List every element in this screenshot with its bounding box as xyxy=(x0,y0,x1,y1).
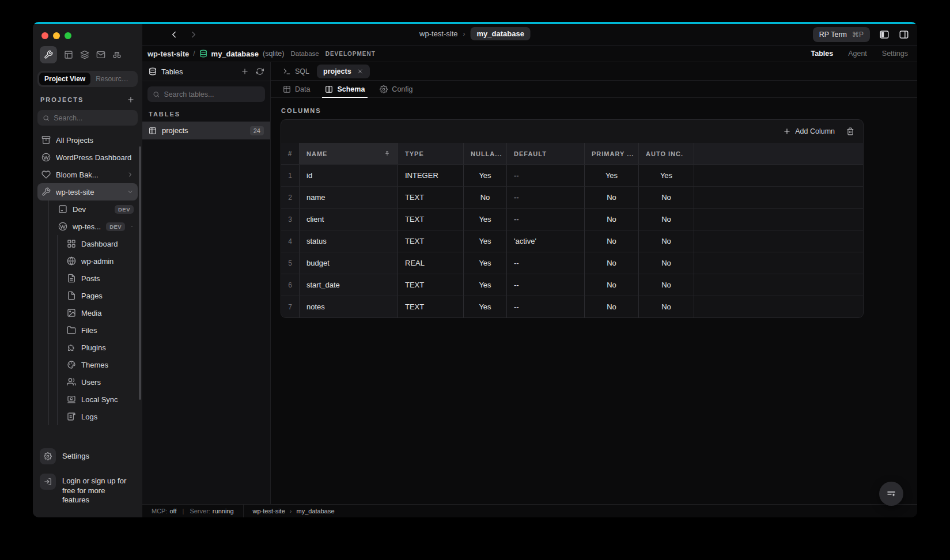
mail-tool-icon[interactable] xyxy=(96,50,105,59)
sidebar-scrollbar[interactable] xyxy=(139,146,141,400)
breadcrumb-db-pill[interactable]: my_database xyxy=(471,27,531,40)
sidebar-item-wp-child[interactable]: wp-tes... DEV xyxy=(54,218,138,235)
sidebar-item-dev[interactable]: Dev DEV xyxy=(54,200,138,218)
refresh-icon[interactable] xyxy=(256,67,264,75)
cell-auto-inc[interactable]: Yes xyxy=(638,164,694,186)
cell-nullable[interactable]: Yes xyxy=(463,230,506,252)
binoculars-tool-icon[interactable] xyxy=(112,50,122,59)
tables-search-input[interactable] xyxy=(164,90,260,99)
toggle-left-panel-icon[interactable] xyxy=(879,29,890,40)
sidebar-item-bloom[interactable]: Bloom Bak... xyxy=(37,166,138,183)
cell-type[interactable]: TEXT xyxy=(398,208,463,230)
table-row-projects[interactable]: projects 24 xyxy=(142,122,270,139)
tab-agent[interactable]: Agent xyxy=(848,50,867,58)
col-header-auto-inc[interactable]: AUTO INC. xyxy=(638,143,694,164)
add-table-icon[interactable] xyxy=(241,67,249,75)
cell-nullable[interactable]: Yes xyxy=(463,164,506,186)
cell-primary[interactable]: Yes xyxy=(584,164,638,186)
sidebar-item-local-sync[interactable]: Local Sync xyxy=(63,391,138,408)
cell-auto-inc[interactable]: No xyxy=(638,230,694,252)
cell-name[interactable]: budget xyxy=(299,252,398,274)
settings-button[interactable]: Settings xyxy=(39,444,137,469)
cell-name[interactable]: id xyxy=(299,164,398,186)
tab-config[interactable]: Config xyxy=(372,81,420,97)
cell-auto-inc[interactable]: No xyxy=(638,186,694,208)
sidebar-item-plugins[interactable]: Plugins xyxy=(63,339,138,356)
sidebar-item-all-projects[interactable]: All Projects xyxy=(37,131,138,149)
sidebar-item-files[interactable]: Files xyxy=(63,321,138,339)
sidebar-item-dashboard[interactable]: Dashboard xyxy=(63,235,138,252)
panel-tool-icon[interactable] xyxy=(64,50,73,59)
close-window-button[interactable] xyxy=(41,32,48,39)
sql-tab[interactable]: SQL xyxy=(278,67,315,75)
sidebar-item-wordpress-dashboard[interactable]: WordPress Dashboard xyxy=(37,149,138,166)
cell-primary[interactable]: No xyxy=(584,230,638,252)
col-header-default[interactable]: DEFAULT xyxy=(506,143,584,164)
zoom-window-button[interactable] xyxy=(65,32,71,39)
cell-name[interactable]: name xyxy=(299,186,398,208)
cell-primary[interactable]: No xyxy=(584,252,638,274)
trash-icon[interactable] xyxy=(846,127,854,135)
cell-name[interactable]: status xyxy=(299,230,398,252)
projects-tab[interactable]: projects xyxy=(317,65,370,78)
sidebar-search-input[interactable] xyxy=(54,114,133,122)
cell-type[interactable]: INTEGER xyxy=(398,164,463,186)
add-column-button[interactable]: Add Column xyxy=(783,127,835,135)
tab-schema[interactable]: Schema xyxy=(317,81,372,97)
cell-default[interactable]: -- xyxy=(506,252,584,274)
sidebar-item-pages[interactable]: Pages xyxy=(63,287,138,304)
cell-auto-inc[interactable]: No xyxy=(638,252,694,274)
tables-search[interactable] xyxy=(147,86,265,102)
project-view-button[interactable]: Project View xyxy=(39,73,90,85)
col-header-name[interactable]: NAME xyxy=(299,143,398,164)
cell-name[interactable]: start_date xyxy=(299,274,398,296)
db-breadcrumb-site[interactable]: wp-test-site xyxy=(147,50,189,58)
resource-view-button[interactable]: Resource V... xyxy=(90,73,136,85)
cell-auto-inc[interactable]: No xyxy=(638,208,694,230)
close-icon[interactable] xyxy=(357,68,364,75)
login-button[interactable]: Login or sign up for free for more featu… xyxy=(39,469,137,509)
sidebar-item-users[interactable]: Users xyxy=(63,373,138,391)
sidebar-search[interactable] xyxy=(37,110,138,126)
cell-name[interactable]: client xyxy=(299,208,398,230)
assistant-button[interactable] xyxy=(879,482,903,506)
pin-icon[interactable] xyxy=(384,150,391,157)
sidebar-item-posts[interactable]: Posts xyxy=(63,270,138,287)
cell-nullable[interactable]: Yes xyxy=(463,296,506,317)
sidebar-item-logs[interactable]: Logs xyxy=(63,408,138,425)
tab-tables[interactable]: Tables xyxy=(811,50,833,58)
add-project-icon[interactable] xyxy=(127,96,135,104)
cell-nullable[interactable]: Yes xyxy=(463,252,506,274)
cell-type[interactable]: TEXT xyxy=(398,230,463,252)
cell-type[interactable]: TEXT xyxy=(398,186,463,208)
cell-primary[interactable]: No xyxy=(584,274,638,296)
cell-nullable[interactable]: No xyxy=(463,186,506,208)
cell-default[interactable]: -- xyxy=(506,208,584,230)
sidebar-item-media[interactable]: Media xyxy=(63,304,138,321)
tab-settings[interactable]: Settings xyxy=(882,50,908,58)
terminal-button[interactable]: RP Term ⌘P xyxy=(813,27,870,42)
cell-primary[interactable]: No xyxy=(584,208,638,230)
sidebar-item-wp-admin[interactable]: wp-admin xyxy=(63,252,138,270)
db-breadcrumb-db[interactable]: my_database xyxy=(211,50,259,58)
sidebar-item-wp-test-site[interactable]: wp-test-site xyxy=(37,183,138,200)
sidebar-item-themes[interactable]: Themes xyxy=(63,356,138,373)
cell-type[interactable]: TEXT xyxy=(398,296,463,317)
cell-nullable[interactable]: Yes xyxy=(463,274,506,296)
cell-type[interactable]: REAL xyxy=(398,252,463,274)
back-icon[interactable] xyxy=(169,29,179,40)
forward-icon[interactable] xyxy=(188,29,199,40)
cell-nullable[interactable]: Yes xyxy=(463,208,506,230)
cell-type[interactable]: TEXT xyxy=(398,274,463,296)
col-header-nullable[interactable]: NULLA... xyxy=(463,143,506,164)
projects-tool-button[interactable] xyxy=(40,46,57,63)
minimize-window-button[interactable] xyxy=(53,32,60,39)
tab-data[interactable]: Data xyxy=(275,81,317,97)
col-header-type[interactable]: TYPE xyxy=(398,143,463,164)
col-header-primary[interactable]: PRIMARY ... xyxy=(584,143,638,164)
cell-default[interactable]: -- xyxy=(506,274,584,296)
cell-default[interactable]: -- xyxy=(506,186,584,208)
layers-tool-icon[interactable] xyxy=(80,50,89,59)
toggle-right-panel-icon[interactable] xyxy=(899,29,909,40)
status-db[interactable]: my_database xyxy=(296,508,334,514)
